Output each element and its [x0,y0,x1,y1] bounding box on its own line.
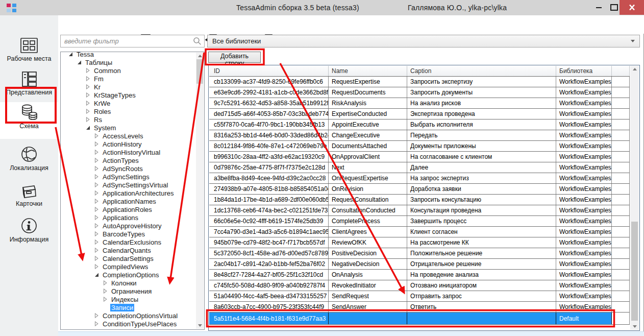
expander-closed-icon[interactable] [86,101,90,106]
cell-library[interactable]: WorkflowExamples [556,291,612,301]
tree-node-CompiledViews[interactable]: CompiledViews [94,262,149,271]
cell-caption[interactable]: Запросить экспертизу [407,77,556,87]
table-row[interactable]: cb133099-ac37-4fd9-8250-69fe96ffb0c6Requ… [209,77,630,87]
table-row[interactable]: 2ac04b17-c891-42a0-b1bb-fef52ba76f02Nega… [209,259,630,270]
tree-node-AdSyncSettingsVirtual[interactable]: AdSyncSettingsVirtual [94,181,169,189]
cell-library[interactable]: WorkflowExamples [556,259,612,269]
expander-open-icon[interactable] [86,125,90,130]
cell-id[interactable]: 274938b9-a07e-4805-81b8-b85854051a0e [209,184,329,194]
cell-library[interactable]: WorkflowExamples [556,205,612,215]
expander-closed-icon[interactable] [94,329,99,330]
cell-id[interactable]: 2ac04b17-c891-42a0-b1bb-fef52ba76f02 [209,259,329,269]
tree-node-ActionTypes[interactable]: ActionTypes [94,156,140,164]
expander-closed-icon[interactable] [94,215,99,220]
cell-caption[interactable]: На анализ рисков [407,98,556,108]
tree-node-CompletionOptions[interactable]: CompletionOptions [94,271,160,279]
expander-closed-icon[interactable] [94,248,99,253]
table-row[interactable]: 945b079e-cd79-48f2-bc47-f717bcb557dfRevi… [209,237,630,248]
expander-closed-icon[interactable] [86,109,90,114]
cell-extra[interactable] [612,280,630,291]
cell-id[interactable]: b996310c-28aa-4ff2-a3fd-e62ac19320c9 [209,152,329,162]
expander-closed-icon[interactable] [94,141,99,147]
tree-node-AutoApproveHistory[interactable]: AutoApproveHistory [94,222,163,230]
cell-caption[interactable]: Завершить процесс [407,216,556,226]
tree-node-ApplicationArchitectures[interactable]: ApplicationArchitectures [94,189,175,197]
cell-extra[interactable] [612,248,630,258]
tree-node-ActionHistoryVirtual[interactable]: ActionHistoryVirtual [94,148,161,156]
cell-extra[interactable] [612,87,630,98]
cell-extra[interactable] [612,195,630,205]
tree-node-Индексы[interactable]: Индексы [103,295,139,303]
cell-name[interactable]: SendRequest [329,291,407,301]
cell-library[interactable]: Default [556,313,612,324]
cell-name[interactable]: OnApprovalClient [329,152,407,162]
cell-name[interactable] [329,313,407,324]
cell-name[interactable]: Next [329,162,407,173]
tree-node-CompletionOptionsVirtual[interactable]: CompletionOptionsVirtual [94,311,179,320]
expander-closed-icon[interactable] [86,76,90,81]
column-header-caption[interactable]: Caption [407,66,556,76]
tree-node-ConditionTypeUsePlaces[interactable]: ConditionTypeUsePlaces [94,320,178,328]
tree-node-AdSyncSettings[interactable]: AdSyncSettings [94,173,151,181]
cell-caption[interactable]: Отрицательное решение [407,259,556,269]
cell-name[interactable]: RevokedInitiator [329,280,407,291]
expander-closed-icon[interactable] [94,321,99,326]
cell-id[interactable]: c55f7870-0ca6-4f70-9bc1-190bb345fb13 [209,119,329,130]
cell-id[interactable]: 5c372050-8cf1-458e-ad76-d00ed57c8789 [209,248,329,258]
cell-library[interactable]: WorkflowExamples [556,280,612,291]
cell-library[interactable]: WorkflowExamples [556,162,612,173]
table-row[interactable]: ded715d5-a66f-4053-85b7-03c3badeb774Expe… [209,109,630,119]
tree-node-Applications[interactable]: Applications [94,213,139,222]
table-row[interactable]: 274938b9-a07e-4805-81b8-b85854051a0eOnRe… [209,184,630,195]
cell-id[interactable]: e63e9cd6-2992-4181-a1cb-c0de3662bd8f [209,87,329,98]
cell-extra[interactable] [612,270,630,280]
table-row-selected[interactable]: 5a51f1e4-5684-4f4b-b181-f631e9d77aa3Defa… [209,313,630,325]
table-row[interactable]: 0d79876c-25ae-4775-8f7f-f7375e2c128dNext… [209,162,630,173]
cell-caption[interactable] [407,313,556,324]
cell-caption[interactable]: На согласование с клиентом [407,152,556,162]
tree-node-AdSyncRoots[interactable]: AdSyncRoots [94,164,144,173]
cell-library[interactable]: WorkflowExamples [556,109,612,119]
scroll-down-icon[interactable] [196,322,204,329]
tree-node-Ограничения[interactable]: Ограничения [103,287,153,295]
table-row[interactable]: e63e9cd6-2992-4181-a1cb-c0de3662bd8fRequ… [209,87,630,98]
expander-closed-icon[interactable] [94,133,99,138]
tree-scrollbar[interactable] [196,53,204,329]
tree-node-System[interactable]: System [86,124,117,132]
cell-library[interactable]: WorkflowExamples [556,141,612,151]
cell-name[interactable]: DocumentsAttached [329,141,407,151]
cell-name[interactable]: RiskAnalysis [329,98,407,108]
cell-caption[interactable]: Отозвано инициатором [407,280,556,291]
cell-extra[interactable] [612,152,630,162]
filter-input[interactable] [60,35,205,47]
cell-extra[interactable] [612,291,630,301]
cell-name[interactable]: SendAnswer [329,302,407,312]
cell-id[interactable]: 8316a253-bb1d-44e6-b0d0-33ded86d4b24 [209,130,329,140]
table-row[interactable]: 7cc4a790-d3e1-4ad3-a5c6-b1894c1aec95Clie… [209,227,630,237]
cell-name[interactable]: NegativeDecision [329,259,407,269]
expander-closed-icon[interactable] [94,190,99,196]
cell-library[interactable]: WorkflowExamples [556,227,612,237]
table-row[interactable]: c745fc50-508d-4d80-9f09-a040b92787f4Revo… [209,280,630,291]
cell-library[interactable]: WorkflowExamples [556,87,612,98]
expander-closed-icon[interactable] [94,313,99,318]
expander-closed-icon[interactable] [94,199,99,204]
cell-name[interactable]: ConsultationConducted [329,205,407,215]
table-row[interactable]: 1b84da1d-17be-4b1d-a689-2df00e060db5Requ… [209,195,630,205]
table-row[interactable]: c55f7870-0ca6-4f70-9bc1-190bb345fb13Appo… [209,119,630,130]
expander-closed-icon[interactable] [94,174,99,179]
expander-closed-icon[interactable] [94,182,99,187]
cell-extra[interactable] [612,98,630,108]
cell-library[interactable]: WorkflowExamples [556,248,612,258]
cell-extra[interactable] [612,216,630,226]
cell-library[interactable]: WorkflowExamples [556,237,612,248]
expander-closed-icon[interactable] [94,256,99,261]
grid-scrollbar-thumb[interactable] [631,222,638,321]
tree-node-Таблицы[interactable]: Таблицы [77,58,113,66]
expander-closed-icon[interactable] [86,92,90,98]
expander-closed-icon[interactable] [86,68,90,73]
cell-extra[interactable] [612,259,630,269]
cell-extra[interactable] [612,109,630,119]
cell-name[interactable]: AppointExecutive [329,119,407,130]
column-header-name[interactable]: Name [329,66,407,76]
